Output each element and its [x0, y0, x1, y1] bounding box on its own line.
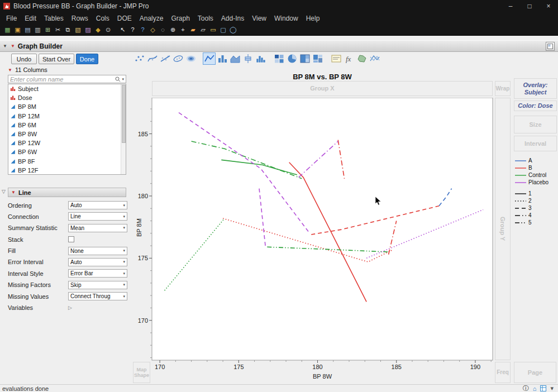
search-filter-caret-icon[interactable]: ▾: [122, 77, 124, 82]
red-triangle-menu-icon[interactable]: ▼: [8, 68, 12, 73]
layout-button[interactable]: [546, 42, 555, 51]
legend-item-b[interactable]: B: [515, 164, 556, 171]
legend-style-2[interactable]: 2: [515, 197, 556, 204]
column-bp-8m[interactable]: BP 8M: [8, 102, 126, 111]
legend-style-1[interactable]: 1: [515, 190, 556, 197]
save-icon[interactable]: ▤: [23, 25, 32, 35]
data-table-status-icon[interactable]: [540, 385, 546, 391]
error-interval-dropdown[interactable]: Auto▾: [68, 258, 127, 266]
crosshair-icon[interactable]: +: [178, 25, 188, 35]
legend-item-control[interactable]: Control: [515, 171, 556, 179]
legend-style-4[interactable]: 4: [515, 212, 556, 219]
ordering-dropdown[interactable]: Auto▾: [68, 201, 127, 209]
parallel-element-icon[interactable]: [368, 52, 381, 65]
group-y-zone[interactable]: Group Y: [495, 98, 511, 360]
collapse-caret-icon[interactable]: ▼: [3, 44, 7, 49]
oval-icon[interactable]: ◯: [228, 25, 238, 35]
menu-cols[interactable]: Cols: [92, 14, 113, 23]
column-bp-12f[interactable]: BP 12F: [8, 166, 126, 175]
group-x-zone[interactable]: Group X: [152, 81, 493, 96]
copy-icon[interactable]: ⧉: [63, 25, 73, 35]
plot-area[interactable]: 170175180185190170175180185: [137, 98, 496, 372]
box-plot-element-icon[interactable]: [241, 52, 254, 65]
line-element-icon[interactable]: [203, 52, 216, 65]
help-icon[interactable]: ?: [128, 25, 137, 35]
journal-icon[interactable]: ▨: [83, 25, 93, 35]
menu-doe[interactable]: DOE: [113, 14, 136, 23]
y-axis-label[interactable]: BP 8M: [136, 218, 142, 237]
bar-element-icon[interactable]: [216, 52, 228, 65]
color-zone[interactable]: Color: Dose: [514, 101, 557, 111]
column-bp-8w[interactable]: BP 8W: [8, 130, 126, 138]
menu-help[interactable]: Help: [302, 14, 324, 23]
status-caret-icon[interactable]: ▾: [550, 385, 554, 392]
column-bp-6w[interactable]: BP 6W: [8, 147, 126, 156]
column-bp-12w[interactable]: BP 12W: [8, 138, 126, 147]
x-tick-label[interactable]: 190: [470, 364, 480, 370]
done-button[interactable]: Done: [76, 54, 98, 64]
minimize-icon[interactable]: –: [501, 0, 520, 12]
columns-scrollbar[interactable]: [121, 84, 126, 174]
pie-element-icon[interactable]: [285, 52, 298, 65]
legend-style-5[interactable]: 5: [515, 219, 556, 226]
page-zone[interactable]: Page: [514, 362, 556, 383]
freq-zone[interactable]: Freq: [495, 362, 511, 383]
search-icon[interactable]: ⊙: [103, 25, 113, 35]
red-triangle-menu-icon[interactable]: ▼: [11, 190, 16, 195]
panel-disclosure-icon[interactable]: ▽: [2, 189, 6, 194]
y-tick-label[interactable]: 175: [138, 255, 148, 261]
menu-window[interactable]: Window: [270, 14, 302, 23]
missing-values-dropdown[interactable]: Connect Throug▾: [68, 292, 127, 300]
menu-edit[interactable]: Edit: [21, 14, 40, 23]
menu-add-ins[interactable]: Add-Ins: [217, 14, 248, 23]
menu-rows[interactable]: Rows: [68, 14, 92, 23]
menu-graph[interactable]: Graph: [167, 14, 193, 23]
data-table-icon[interactable]: ▦: [3, 25, 12, 35]
eraser-icon[interactable]: ▱: [198, 25, 208, 35]
annotate-icon[interactable]: ▭: [208, 25, 218, 35]
column-dose[interactable]: Dose: [8, 93, 126, 102]
start-over-button[interactable]: Start Over: [39, 54, 74, 64]
copy-table-icon[interactable]: ⊞: [43, 25, 53, 35]
print-icon[interactable]: ▥: [33, 25, 42, 35]
caption-box-element-icon[interactable]: [330, 52, 342, 65]
wrap-zone[interactable]: Wrap: [495, 81, 511, 96]
y-tick-label[interactable]: 185: [138, 131, 148, 137]
close-icon[interactable]: ×: [539, 0, 558, 12]
column-subject[interactable]: Subject: [8, 84, 126, 93]
size-zone[interactable]: Size: [514, 116, 557, 133]
open-icon[interactable]: ▣: [13, 25, 22, 35]
menu-view[interactable]: View: [248, 14, 270, 23]
heatmap-element-icon[interactable]: [273, 52, 285, 65]
red-triangle-menu-icon[interactable]: ▼: [11, 44, 15, 49]
x-tick-label[interactable]: 170: [155, 364, 165, 370]
map-shapes-element-icon[interactable]: [355, 52, 368, 65]
formula-element-icon[interactable]: fx: [342, 52, 355, 65]
smoother-element-icon[interactable]: [146, 52, 159, 65]
scrollbar-thumb[interactable]: [122, 85, 126, 143]
x-tick-label[interactable]: 175: [233, 364, 244, 370]
lock-icon[interactable]: ◆: [93, 25, 103, 35]
maximize-icon[interactable]: □: [520, 0, 539, 12]
selection-arrow-icon[interactable]: ↖: [118, 25, 127, 35]
y-tick-label[interactable]: 170: [138, 317, 148, 324]
points-element-icon[interactable]: [133, 52, 146, 65]
menu-tools[interactable]: Tools: [194, 14, 217, 23]
lasso-icon[interactable]: ◌: [158, 25, 168, 35]
area-element-icon[interactable]: [228, 52, 241, 65]
column-bp-6m[interactable]: BP 6M: [8, 121, 126, 130]
grabber-hand-icon[interactable]: ◇: [148, 25, 158, 35]
column-bp-12m[interactable]: BP 12M: [8, 112, 126, 121]
histogram-element-icon[interactable]: [254, 52, 267, 65]
paste-icon[interactable]: ▧: [73, 25, 83, 35]
menu-tables[interactable]: Tables: [40, 14, 68, 23]
connection-dropdown[interactable]: Line▾: [68, 212, 127, 221]
legend-style-3[interactable]: 3: [515, 204, 556, 212]
summary-statistic-dropdown[interactable]: Mean▾: [68, 224, 127, 232]
brush-icon[interactable]: ▰: [188, 25, 198, 35]
column-search-input[interactable]: [10, 76, 115, 83]
context-help-icon[interactable]: ?: [138, 25, 147, 35]
column-bp-8f[interactable]: BP 8F: [8, 157, 126, 166]
simple-shape-icon[interactable]: ▢: [218, 25, 228, 35]
fill-dropdown[interactable]: None▾: [68, 247, 127, 255]
